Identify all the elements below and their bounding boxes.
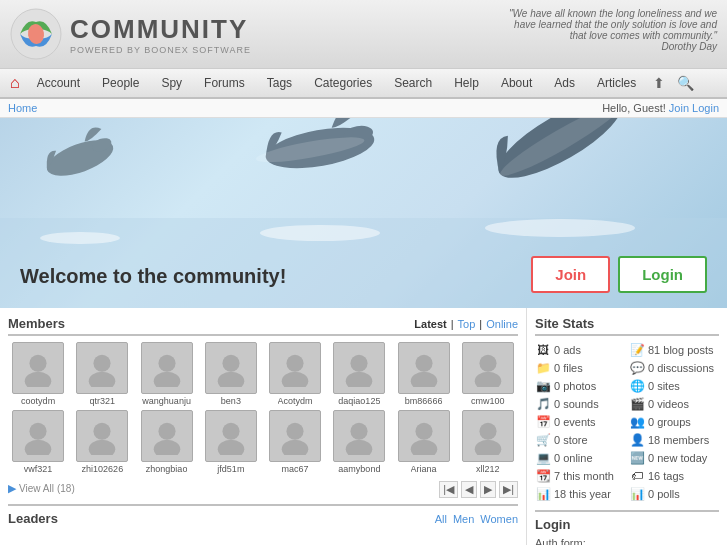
stat-value: 0 store <box>554 434 588 446</box>
member-item[interactable]: ben3 <box>201 342 261 406</box>
nav-ads[interactable]: Ads <box>543 69 586 97</box>
stat-item: 👥0 groups <box>629 414 719 430</box>
header: COMMUNITY POWERED BY BOONEX SOFTWARE "We… <box>0 0 727 69</box>
svg-point-31 <box>25 440 52 455</box>
svg-point-29 <box>475 372 502 387</box>
breadcrumb-home[interactable]: Home <box>8 102 37 114</box>
stat-value: 0 discussions <box>648 362 714 374</box>
member-item[interactable]: bm86666 <box>394 342 454 406</box>
member-name: vwf321 <box>24 464 53 474</box>
member-item[interactable]: zhongbiao <box>137 410 197 474</box>
member-item[interactable]: wanghuanju <box>137 342 197 406</box>
nav-spy[interactable]: Spy <box>150 69 193 97</box>
svg-point-35 <box>153 440 180 455</box>
member-item[interactable]: mac67 <box>265 410 325 474</box>
page-next[interactable]: ▶ <box>480 481 496 498</box>
member-item[interactable]: Acotydm <box>265 342 325 406</box>
breadcrumb-join[interactable]: Join <box>669 102 689 114</box>
members-pagination: |◀ ◀ ▶ ▶| <box>439 481 518 498</box>
member-name: mac67 <box>282 464 309 474</box>
tab-online[interactable]: Online <box>486 318 518 330</box>
stat-item: 💻0 online <box>535 450 625 466</box>
tab-all[interactable]: All <box>435 513 447 525</box>
home-icon[interactable]: ⌂ <box>4 70 26 96</box>
page-prev[interactable]: ◀ <box>461 481 477 498</box>
stat-item: 👤18 members <box>629 432 719 448</box>
nav-account[interactable]: Account <box>26 69 91 97</box>
svg-point-20 <box>222 355 239 372</box>
stat-value: 0 online <box>554 452 593 464</box>
login-button[interactable]: Login <box>618 256 707 293</box>
member-item[interactable]: aamybond <box>329 410 389 474</box>
member-item[interactable]: cootydm <box>8 342 68 406</box>
auth-label: Auth form: <box>535 537 719 545</box>
svg-point-44 <box>479 423 496 440</box>
stat-icon: 🛒 <box>535 432 551 448</box>
svg-point-38 <box>287 423 304 440</box>
stat-value: 0 ads <box>554 344 581 356</box>
stat-value: 0 groups <box>648 416 691 428</box>
tab-men[interactable]: Men <box>453 513 474 525</box>
svg-point-41 <box>346 440 373 455</box>
page-first[interactable]: |◀ <box>439 481 458 498</box>
leaders-tabs: All Men Women <box>435 513 518 525</box>
tab-latest[interactable]: Latest <box>414 318 446 330</box>
stat-value: 0 polls <box>648 488 680 500</box>
svg-point-27 <box>410 372 437 387</box>
stat-icon: 💻 <box>535 450 551 466</box>
members-grid: cootydm qtr321 wanghuanju ben3 <box>8 342 518 474</box>
join-button[interactable]: Join <box>531 256 610 293</box>
svg-point-12 <box>260 225 380 241</box>
member-item[interactable]: cmw100 <box>458 342 518 406</box>
stat-icon: 📊 <box>535 486 551 502</box>
svg-point-25 <box>346 372 373 387</box>
stat-value: 81 blog posts <box>648 344 713 356</box>
breadcrumb-login[interactable]: Login <box>692 102 719 114</box>
main-content: Members Latest | Top | Online cootydm <box>0 308 727 545</box>
nav-forums[interactable]: Forums <box>193 69 256 97</box>
page-last[interactable]: ▶| <box>499 481 518 498</box>
search-icon[interactable]: 🔍 <box>671 71 700 95</box>
svg-point-23 <box>282 372 309 387</box>
nav-people[interactable]: People <box>91 69 150 97</box>
member-item[interactable]: Ariana <box>394 410 454 474</box>
member-item[interactable]: qtr321 <box>72 342 132 406</box>
member-item[interactable]: jfd51m <box>201 410 261 474</box>
nav-categories[interactable]: Categories <box>303 69 383 97</box>
nav-tags[interactable]: Tags <box>256 69 303 97</box>
member-name: zhongbiao <box>146 464 188 474</box>
stat-icon: 📝 <box>629 342 645 358</box>
nav-help[interactable]: Help <box>443 69 490 97</box>
member-item[interactable]: vwf321 <box>8 410 68 474</box>
nav-about[interactable]: About <box>490 69 543 97</box>
member-item[interactable]: zhi102626 <box>72 410 132 474</box>
stat-icon: 🎵 <box>535 396 551 412</box>
banner-buttons: Join Login <box>531 256 707 293</box>
stat-value: 0 sounds <box>554 398 599 410</box>
logo-icon <box>10 8 62 60</box>
logo-area: COMMUNITY POWERED BY BOONEX SOFTWARE <box>10 8 251 60</box>
tab-women[interactable]: Women <box>480 513 518 525</box>
nav-articles[interactable]: Articles <box>586 69 647 97</box>
leaders-section-title: Leaders <box>8 511 58 526</box>
member-name: Acotydm <box>278 396 313 406</box>
members-section-title: Members <box>8 316 65 331</box>
view-all-link[interactable]: ▶ View All (18) <box>8 482 75 495</box>
stat-item: 🎵0 sounds <box>535 396 625 412</box>
member-item[interactable]: xll212 <box>458 410 518 474</box>
member-name: xll212 <box>476 464 500 474</box>
svg-point-36 <box>222 423 239 440</box>
stat-value: 18 members <box>648 434 709 446</box>
tab-top[interactable]: Top <box>458 318 476 330</box>
breadcrumb-right: Hello, Guest! Join Login <box>602 102 719 114</box>
stat-icon: 👥 <box>629 414 645 430</box>
member-name: bm86666 <box>405 396 443 406</box>
nav-search[interactable]: Search <box>383 69 443 97</box>
svg-point-17 <box>89 372 116 387</box>
stat-item: 📅0 events <box>535 414 625 430</box>
upload-icon[interactable]: ⬆ <box>647 71 671 95</box>
stat-item: 📆7 this month <box>535 468 625 484</box>
stat-value: 0 new today <box>648 452 707 464</box>
member-item[interactable]: daqiao125 <box>329 342 389 406</box>
stat-item: 📷0 photos <box>535 378 625 394</box>
